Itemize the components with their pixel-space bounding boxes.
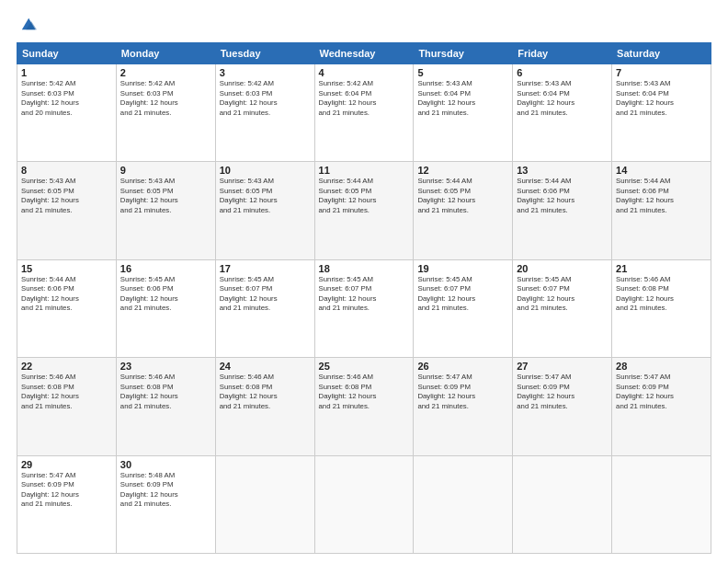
day-info: Sunrise: 5:45 AMSunset: 6:07 PMDaylight:…: [517, 275, 608, 314]
day-info: Sunrise: 5:43 AMSunset: 6:04 PMDaylight:…: [517, 79, 608, 118]
calendar-cell: 21Sunrise: 5:46 AMSunset: 6:08 PMDayligh…: [612, 259, 711, 357]
weekday-header-friday: Friday: [513, 43, 612, 64]
day-number: 15: [21, 263, 112, 274]
calendar-cell: 3Sunrise: 5:42 AMSunset: 6:03 PMDaylight…: [215, 64, 314, 162]
day-info: Sunrise: 5:46 AMSunset: 6:08 PMDaylight:…: [220, 373, 311, 411]
day-info: Sunrise: 5:42 AMSunset: 6:03 PMDaylight:…: [21, 79, 112, 118]
calendar-table: SundayMondayTuesdayWednesdayThursdayFrid…: [17, 42, 711, 554]
day-info: Sunrise: 5:45 AMSunset: 6:07 PMDaylight:…: [319, 275, 410, 314]
day-number: 14: [616, 165, 707, 176]
day-number: 18: [319, 263, 410, 274]
calendar-cell: 23Sunrise: 5:46 AMSunset: 6:08 PMDayligh…: [116, 358, 215, 455]
day-number: 8: [21, 165, 112, 176]
day-number: 27: [517, 361, 608, 372]
logo-icon: [17, 15, 37, 35]
page: SundayMondayTuesdayWednesdayThursdayFrid…: [0, 0, 728, 563]
day-info: Sunrise: 5:42 AMSunset: 6:03 PMDaylight:…: [120, 79, 211, 118]
weekday-header-tuesday: Tuesday: [215, 43, 314, 64]
day-info: Sunrise: 5:47 AMSunset: 6:09 PMDaylight:…: [616, 373, 707, 411]
day-info: Sunrise: 5:44 AMSunset: 6:06 PMDaylight:…: [21, 275, 112, 314]
day-info: Sunrise: 5:44 AMSunset: 6:06 PMDaylight:…: [517, 177, 608, 215]
calendar-cell: 6Sunrise: 5:43 AMSunset: 6:04 PMDaylight…: [513, 64, 612, 162]
day-info: Sunrise: 5:46 AMSunset: 6:08 PMDaylight:…: [319, 373, 410, 411]
day-info: Sunrise: 5:46 AMSunset: 6:08 PMDaylight:…: [21, 373, 112, 411]
calendar-cell: 26Sunrise: 5:47 AMSunset: 6:09 PMDayligh…: [414, 358, 513, 455]
day-info: Sunrise: 5:45 AMSunset: 6:06 PMDaylight:…: [120, 275, 211, 314]
calendar-cell: 11Sunrise: 5:44 AMSunset: 6:05 PMDayligh…: [314, 162, 414, 259]
day-info: Sunrise: 5:48 AMSunset: 6:09 PMDaylight:…: [120, 471, 211, 510]
calendar-cell: 27Sunrise: 5:47 AMSunset: 6:09 PMDayligh…: [513, 358, 612, 455]
calendar-cell: 9Sunrise: 5:43 AMSunset: 6:05 PMDaylight…: [116, 162, 215, 259]
calendar-cell: 19Sunrise: 5:45 AMSunset: 6:07 PMDayligh…: [414, 259, 513, 357]
day-number: 1: [21, 67, 112, 78]
week-row-4: 22Sunrise: 5:46 AMSunset: 6:08 PMDayligh…: [17, 358, 711, 455]
day-info: Sunrise: 5:47 AMSunset: 6:09 PMDaylight:…: [417, 373, 508, 411]
day-info: Sunrise: 5:45 AMSunset: 6:07 PMDaylight:…: [417, 275, 508, 314]
day-number: 2: [120, 67, 211, 78]
day-number: 5: [417, 67, 508, 78]
header-row: [17, 15, 711, 35]
calendar-cell: 18Sunrise: 5:45 AMSunset: 6:07 PMDayligh…: [314, 259, 414, 357]
day-number: 7: [616, 67, 707, 78]
day-number: 20: [517, 263, 608, 274]
week-row-1: 1Sunrise: 5:42 AMSunset: 6:03 PMDaylight…: [17, 64, 711, 162]
week-row-5: 29Sunrise: 5:47 AMSunset: 6:09 PMDayligh…: [17, 455, 711, 553]
day-number: 23: [120, 361, 211, 372]
day-info: Sunrise: 5:47 AMSunset: 6:09 PMDaylight:…: [21, 471, 112, 510]
weekday-header-wednesday: Wednesday: [314, 43, 414, 64]
week-row-3: 15Sunrise: 5:44 AMSunset: 6:06 PMDayligh…: [17, 259, 711, 357]
calendar-cell: [314, 455, 414, 553]
calendar-cell: 12Sunrise: 5:44 AMSunset: 6:05 PMDayligh…: [414, 162, 513, 259]
day-number: 22: [21, 361, 112, 372]
calendar-cell: 10Sunrise: 5:43 AMSunset: 6:05 PMDayligh…: [215, 162, 314, 259]
day-info: Sunrise: 5:43 AMSunset: 6:04 PMDaylight:…: [616, 79, 707, 118]
calendar-cell: 30Sunrise: 5:48 AMSunset: 6:09 PMDayligh…: [116, 455, 215, 553]
day-info: Sunrise: 5:43 AMSunset: 6:05 PMDaylight:…: [120, 177, 211, 215]
day-info: Sunrise: 5:43 AMSunset: 6:05 PMDaylight:…: [21, 177, 112, 215]
day-number: 24: [220, 361, 311, 372]
calendar-cell: [414, 455, 513, 553]
calendar-cell: [612, 455, 711, 553]
calendar-cell: 17Sunrise: 5:45 AMSunset: 6:07 PMDayligh…: [215, 259, 314, 357]
weekday-header-monday: Monday: [116, 43, 215, 64]
weekday-header-thursday: Thursday: [414, 43, 513, 64]
calendar-cell: 25Sunrise: 5:46 AMSunset: 6:08 PMDayligh…: [314, 358, 414, 455]
day-number: 28: [616, 361, 707, 372]
day-info: Sunrise: 5:46 AMSunset: 6:08 PMDaylight:…: [120, 373, 211, 411]
day-number: 3: [220, 67, 311, 78]
day-number: 6: [517, 67, 608, 78]
day-number: 25: [319, 361, 410, 372]
calendar-cell: 2Sunrise: 5:42 AMSunset: 6:03 PMDaylight…: [116, 64, 215, 162]
calendar-cell: 15Sunrise: 5:44 AMSunset: 6:06 PMDayligh…: [17, 259, 117, 357]
day-info: Sunrise: 5:47 AMSunset: 6:09 PMDaylight:…: [517, 373, 608, 411]
calendar-cell: 5Sunrise: 5:43 AMSunset: 6:04 PMDaylight…: [414, 64, 513, 162]
calendar-cell: 29Sunrise: 5:47 AMSunset: 6:09 PMDayligh…: [17, 455, 117, 553]
day-info: Sunrise: 5:46 AMSunset: 6:08 PMDaylight:…: [616, 275, 707, 314]
day-number: 16: [120, 263, 211, 274]
day-number: 29: [21, 459, 112, 470]
day-number: 10: [220, 165, 311, 176]
day-info: Sunrise: 5:44 AMSunset: 6:06 PMDaylight:…: [616, 177, 707, 215]
day-number: 12: [417, 165, 508, 176]
day-number: 19: [417, 263, 508, 274]
calendar-cell: 7Sunrise: 5:43 AMSunset: 6:04 PMDaylight…: [612, 64, 711, 162]
calendar-cell: 28Sunrise: 5:47 AMSunset: 6:09 PMDayligh…: [612, 358, 711, 455]
day-number: 9: [120, 165, 211, 176]
week-row-2: 8Sunrise: 5:43 AMSunset: 6:05 PMDaylight…: [17, 162, 711, 259]
day-info: Sunrise: 5:44 AMSunset: 6:05 PMDaylight:…: [417, 177, 508, 215]
calendar-cell: 20Sunrise: 5:45 AMSunset: 6:07 PMDayligh…: [513, 259, 612, 357]
day-number: 17: [220, 263, 311, 274]
day-number: 4: [319, 67, 410, 78]
day-info: Sunrise: 5:43 AMSunset: 6:04 PMDaylight:…: [417, 79, 508, 118]
calendar-cell: 24Sunrise: 5:46 AMSunset: 6:08 PMDayligh…: [215, 358, 314, 455]
calendar-cell: 22Sunrise: 5:46 AMSunset: 6:08 PMDayligh…: [17, 358, 117, 455]
day-number: 30: [120, 459, 211, 470]
calendar-cell: 1Sunrise: 5:42 AMSunset: 6:03 PMDaylight…: [17, 64, 117, 162]
logo: [17, 15, 40, 35]
weekday-header-saturday: Saturday: [612, 43, 711, 64]
calendar-cell: 8Sunrise: 5:43 AMSunset: 6:05 PMDaylight…: [17, 162, 117, 259]
day-number: 26: [417, 361, 508, 372]
calendar-cell: [513, 455, 612, 553]
weekday-header-row: SundayMondayTuesdayWednesdayThursdayFrid…: [17, 43, 711, 64]
day-info: Sunrise: 5:42 AMSunset: 6:04 PMDaylight:…: [319, 79, 410, 118]
